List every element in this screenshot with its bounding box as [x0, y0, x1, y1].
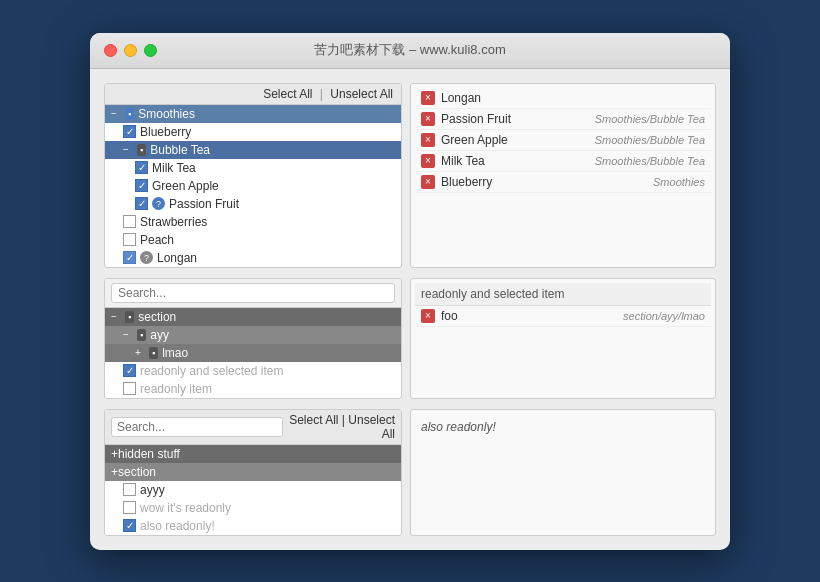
question-badge: ? — [152, 197, 165, 210]
hidden-stuff-section[interactable]: +hidden stuff — [105, 445, 401, 463]
lmao-section[interactable]: + ▪ lmao — [105, 344, 401, 362]
longan-right-label: Longan — [441, 91, 699, 105]
remove-green-apple-btn[interactable]: × — [421, 133, 435, 147]
section-icon: ▪ — [125, 108, 134, 120]
passion-fruit-right-label: Passion Fruit — [441, 112, 589, 126]
toggle-icon: − — [123, 144, 133, 155]
right-item-milk-tea: × Milk Tea Smoothies/Bubble Tea — [415, 151, 711, 172]
maximize-button[interactable] — [144, 44, 157, 57]
section-icon: ▪ — [125, 311, 134, 323]
search-input-p2[interactable] — [111, 283, 395, 303]
wow-readonly-item: wow it's readonly — [105, 499, 401, 517]
foo-right-label: foo — [441, 309, 617, 323]
green-apple-label: Green Apple — [152, 179, 219, 193]
strawberries-label: Strawberries — [140, 215, 207, 229]
ayy-section[interactable]: − ▪ ayy — [105, 326, 401, 344]
content-area: Select All | Unselect All − ▪ Smoothies … — [90, 69, 730, 550]
section-main[interactable]: − ▪ section — [105, 308, 401, 326]
toggle-icon: − — [123, 329, 133, 340]
right-item-foo: × foo section/ayy/lmao — [415, 306, 711, 327]
milk-tea-item[interactable]: ✓ Milk Tea — [105, 159, 401, 177]
foo-right-path: section/ayy/lmao — [623, 310, 705, 322]
ayyy-label: ayyy — [140, 483, 165, 497]
remove-milk-tea-btn[interactable]: × — [421, 154, 435, 168]
right-item-green-apple: × Green Apple Smoothies/Bubble Tea — [415, 130, 711, 151]
unselect-all-btn[interactable]: Unselect All — [330, 87, 393, 101]
section-icon: ▪ — [137, 144, 146, 156]
blueberry-label: Blueberry — [140, 125, 191, 139]
toggle-icon: − — [111, 108, 121, 119]
passion-fruit-item[interactable]: ✓ ? Passion Fruit — [105, 195, 401, 213]
remove-longan-btn[interactable]: × — [421, 91, 435, 105]
panel-smoothies: Select All | Unselect All − ▪ Smoothies … — [104, 83, 716, 268]
section-right-pane: readonly and selected item × foo section… — [410, 278, 716, 399]
section-icon: ▪ — [149, 347, 158, 359]
blueberry-item[interactable]: ✓ Blueberry — [105, 123, 401, 141]
peach-checkbox[interactable] — [123, 233, 136, 246]
passion-fruit-checkbox[interactable]: ✓ — [135, 197, 148, 210]
close-button[interactable] — [104, 44, 117, 57]
remove-passion-fruit-btn[interactable]: × — [421, 112, 435, 126]
peach-item[interactable]: Peach — [105, 231, 401, 249]
wow-readonly-checkbox — [123, 501, 136, 514]
titlebar: 苦力吧素材下载 – www.kuli8.com — [90, 33, 730, 69]
readonly-label: readonly item — [140, 382, 212, 396]
ayyy-item[interactable]: ayyy — [105, 481, 401, 499]
milk-tea-label: Milk Tea — [152, 161, 196, 175]
blueberry-right-label: Blueberry — [441, 175, 647, 189]
blueberry-checkbox[interactable]: ✓ — [123, 125, 136, 138]
ayyy-checkbox[interactable] — [123, 483, 136, 496]
readonly-header: readonly and selected item — [415, 283, 711, 306]
sep1: | — [320, 87, 323, 101]
strawberries-checkbox[interactable] — [123, 215, 136, 228]
bubble-tea-label: Bubble Tea — [150, 143, 210, 157]
peach-label: Peach — [140, 233, 174, 247]
toggle-icon: − — [111, 311, 121, 322]
readonly-selected-item: ✓ readonly and selected item — [105, 362, 401, 380]
right-item-passion-fruit: × Passion Fruit Smoothies/Bubble Tea — [415, 109, 711, 130]
hidden-right-pane: also readonly! — [410, 409, 716, 536]
smoothies-select-bar: Select All | Unselect All — [105, 84, 401, 105]
green-apple-checkbox[interactable]: ✓ — [135, 179, 148, 192]
green-apple-right-label: Green Apple — [441, 133, 589, 147]
passion-fruit-right-path: Smoothies/Bubble Tea — [595, 113, 705, 125]
search-input-p3[interactable] — [111, 417, 283, 437]
remove-blueberry-btn[interactable]: × — [421, 175, 435, 189]
bubble-tea-section[interactable]: − ▪ Bubble Tea — [105, 141, 401, 159]
longan-item[interactable]: ✓ ? Longan — [105, 249, 401, 267]
green-apple-right-path: Smoothies/Bubble Tea — [595, 134, 705, 146]
readonly-checkbox — [123, 382, 136, 395]
readonly-item: readonly item — [105, 380, 401, 398]
minimize-button[interactable] — [124, 44, 137, 57]
milk-tea-right-path: Smoothies/Bubble Tea — [595, 155, 705, 167]
lmao-label: lmao — [162, 346, 188, 360]
also-readonly-item: ✓ also readonly! — [105, 517, 401, 535]
readonly-selected-label: readonly and selected item — [140, 364, 283, 378]
green-apple-item[interactable]: ✓ Green Apple — [105, 177, 401, 195]
panel-section: − ▪ section − ▪ ayy + ▪ lmao — [104, 278, 716, 399]
select-actions: Select All | UnselectAll — [289, 413, 395, 441]
milk-tea-checkbox[interactable]: ✓ — [135, 161, 148, 174]
milk-tea-right-label: Milk Tea — [441, 154, 589, 168]
smoothies-tree-pane: Select All | Unselect All − ▪ Smoothies … — [104, 83, 402, 268]
also-readonly-checkbox: ✓ — [123, 519, 136, 532]
also-readonly-label: also readonly! — [140, 519, 215, 533]
section-p3[interactable]: +section — [105, 463, 401, 481]
select-all-p3-btn[interactable]: Select All — [289, 413, 338, 427]
unselect-all-p3-btn[interactable]: UnselectAll — [348, 413, 395, 441]
strawberries-item[interactable]: Strawberries — [105, 213, 401, 231]
hidden-tree-pane: Select All | UnselectAll +hidden stuff +… — [104, 409, 402, 536]
section-label: section — [138, 310, 176, 324]
smoothies-label: Smoothies — [138, 107, 195, 121]
longan-checkbox[interactable]: ✓ — [123, 251, 136, 264]
traffic-lights — [104, 44, 157, 57]
remove-foo-btn[interactable]: × — [421, 309, 435, 323]
also-readonly-right: also readonly! — [415, 414, 711, 440]
smoothies-right-pane: × Longan × Passion Fruit Smoothies/Bubbl… — [410, 83, 716, 268]
longan-label: Longan — [157, 251, 197, 265]
smoothies-section[interactable]: − ▪ Smoothies — [105, 105, 401, 123]
toggle-icon: + — [135, 347, 145, 358]
select-all-btn[interactable]: Select All — [263, 87, 312, 101]
ayy-label: ayy — [150, 328, 169, 342]
search-bar-wrap — [105, 279, 401, 308]
